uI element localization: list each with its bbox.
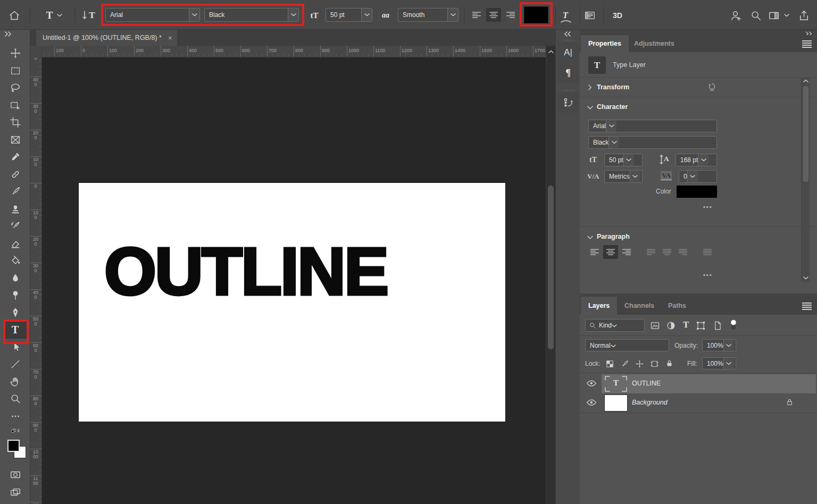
filter-kind-select[interactable]: Kind xyxy=(585,319,645,332)
frame-tool[interactable] xyxy=(4,131,27,149)
move-tool[interactable] xyxy=(4,45,27,62)
tab-adjustments[interactable]: Adjustments xyxy=(627,35,682,52)
paragraph-panel-button[interactable]: ¶ xyxy=(557,63,579,83)
dodge-tool[interactable] xyxy=(4,287,27,304)
eraser-tool[interactable] xyxy=(4,235,27,253)
scrollbar-thumb[interactable] xyxy=(548,186,554,349)
character-header[interactable]: Character xyxy=(597,103,628,111)
document-scrollbar[interactable] xyxy=(546,46,555,504)
zoom-tool[interactable] xyxy=(4,390,27,408)
ruler-origin[interactable] xyxy=(30,46,42,57)
tab-paths[interactable]: Paths xyxy=(661,297,694,315)
chevron-down-icon[interactable] xyxy=(623,154,634,166)
filter-smart-objects-button[interactable] xyxy=(713,321,723,332)
type-tool-preset-button[interactable]: T xyxy=(43,9,66,22)
layer-thumbnail[interactable]: T xyxy=(604,375,628,394)
tab-layers[interactable]: Layers xyxy=(581,297,617,315)
workspace-switcher-button[interactable] xyxy=(767,9,781,22)
chevron-down-icon[interactable] xyxy=(447,9,458,21)
anti-alias-select[interactable]: Smooth xyxy=(398,8,458,22)
3d-button[interactable]: 3D xyxy=(610,9,626,22)
paragraph-header[interactable]: Paragraph xyxy=(597,233,630,240)
char-leading-select[interactable]: 168 pt xyxy=(676,154,717,166)
lock-pixels-button[interactable] xyxy=(620,359,629,370)
history-brush-tool[interactable] xyxy=(4,217,27,235)
foreground-color-swatch[interactable] xyxy=(7,440,20,452)
scrollbar-thumb[interactable] xyxy=(803,86,808,182)
horizontal-ruler[interactable]: 100 0 100 200 300 400 500 600 700 800 90… xyxy=(42,46,546,57)
chevron-down-icon[interactable] xyxy=(630,171,640,182)
chevron-down-icon[interactable] xyxy=(687,171,698,182)
document-tab[interactable]: Untitled-1 @ 100% (OUTLINE, RGB/8) * × xyxy=(36,30,177,46)
align-left-button[interactable] xyxy=(469,8,484,22)
paragraph-more-options[interactable]: ••• xyxy=(703,272,713,278)
path-selection-tool[interactable] xyxy=(4,339,27,356)
line-tool[interactable] xyxy=(4,356,27,373)
blend-mode-select[interactable]: Normal xyxy=(585,339,669,351)
object-selection-tool[interactable] xyxy=(4,97,27,114)
char-font-family-select[interactable]: Arial xyxy=(588,120,717,132)
align-center-button[interactable] xyxy=(486,8,501,22)
edit-toolbar-button[interactable] xyxy=(4,408,27,425)
layer-row-outline[interactable]: T OUTLINE xyxy=(580,374,817,393)
lock-transparency-button[interactable] xyxy=(605,359,614,370)
type-tool[interactable]: T xyxy=(4,321,27,339)
warp-text-button[interactable]: T xyxy=(557,9,573,22)
quick-mask-button[interactable] xyxy=(4,466,27,484)
layer-name[interactable]: OUTLINE xyxy=(632,380,661,387)
para-justify-center-button[interactable] xyxy=(660,245,674,259)
font-family-select[interactable]: Arial xyxy=(105,8,200,22)
vertical-ruler[interactable]: 500 400 300 200 100 0 100 200 300 400 50… xyxy=(30,57,42,504)
share-for-review-button[interactable] xyxy=(729,9,743,22)
filter-shape-layers-button[interactable] xyxy=(696,321,706,332)
eyedropper-tool[interactable] xyxy=(4,148,27,166)
screen-mode-button[interactable] xyxy=(4,484,27,501)
character-color-swatch[interactable] xyxy=(677,186,717,198)
paint-bucket-tool[interactable] xyxy=(4,252,27,270)
para-justify-left-button[interactable] xyxy=(644,245,658,259)
blur-tool[interactable] xyxy=(4,270,27,287)
chevron-down-icon[interactable] xyxy=(723,340,734,351)
filter-type-layers-button[interactable]: T xyxy=(683,320,689,330)
opacity-field[interactable]: 100% xyxy=(702,339,736,351)
search-button[interactable] xyxy=(749,9,763,22)
font-style-select[interactable]: Black xyxy=(204,8,299,22)
font-size-select[interactable]: 50 pt xyxy=(326,8,372,22)
para-align-center-button[interactable] xyxy=(603,245,618,259)
layer-thumbnail[interactable] xyxy=(605,395,627,411)
type-orientation-button[interactable]: T xyxy=(80,9,98,22)
panel-menu-icon[interactable] xyxy=(802,303,812,310)
spot-healing-brush-tool[interactable] xyxy=(4,166,27,183)
visibility-toggle[interactable] xyxy=(586,399,597,406)
properties-scrollbar[interactable] xyxy=(801,78,810,282)
expand-tools-button[interactable] xyxy=(4,31,17,39)
rectangular-marquee-tool[interactable] xyxy=(4,62,27,80)
filter-adjustment-layers-button[interactable] xyxy=(666,321,676,332)
char-font-style-select[interactable]: Black xyxy=(588,136,717,149)
layer-row-background[interactable]: Background xyxy=(580,393,817,413)
filter-toggle[interactable] xyxy=(730,318,737,333)
panel-menu-icon[interactable] xyxy=(802,40,812,48)
lock-artboard-button[interactable] xyxy=(650,359,659,370)
char-tracking-select[interactable]: 0 xyxy=(679,170,717,183)
clone-stamp-tool[interactable] xyxy=(4,200,27,218)
tab-channels[interactable]: Channels xyxy=(617,297,662,315)
para-justify-right-button[interactable] xyxy=(676,245,690,259)
filter-image-layers-button[interactable] xyxy=(650,321,660,332)
chevron-down-icon[interactable] xyxy=(189,9,199,21)
chevron-down-icon[interactable] xyxy=(606,120,616,132)
chevron-down-icon[interactable] xyxy=(288,9,298,21)
char-size-select[interactable]: 50 pt xyxy=(604,154,643,166)
text-color-swatch[interactable] xyxy=(524,6,548,23)
lasso-tool[interactable] xyxy=(4,79,27,97)
toggle-panels-button[interactable] xyxy=(583,9,597,22)
close-tab-button[interactable]: × xyxy=(168,34,172,42)
home-button[interactable] xyxy=(7,9,21,22)
chevron-down-icon[interactable] xyxy=(608,137,619,148)
transform-section-header[interactable]: Transform xyxy=(580,78,817,97)
brush-tool[interactable] xyxy=(4,183,27,200)
tab-properties[interactable]: Properties xyxy=(581,35,629,52)
char-kerning-select[interactable]: Metrics xyxy=(604,170,643,183)
layer-name[interactable]: Background xyxy=(632,399,668,406)
scroll-up-icon[interactable] xyxy=(546,47,556,56)
